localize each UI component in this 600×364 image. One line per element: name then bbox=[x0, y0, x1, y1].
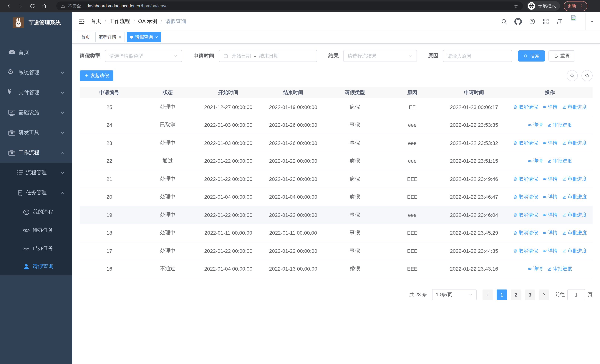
tab-leave-query[interactable]: 请假查询 × bbox=[127, 32, 161, 42]
sidebar-collapse-icon[interactable] bbox=[78, 18, 85, 25]
action-view-link[interactable]: 详情 bbox=[542, 140, 558, 146]
sidebar-item-my-process[interactable]: 我的流程 bbox=[0, 203, 72, 221]
font-size-icon[interactable]: тT bbox=[556, 19, 562, 24]
sidebar-item-system[interactable]: ⚙ 系统管理 bbox=[0, 63, 72, 83]
help-icon[interactable] bbox=[529, 18, 536, 25]
sidebar-item-label: 基础设施 bbox=[19, 109, 39, 116]
browser-forward-button[interactable] bbox=[16, 1, 25, 11]
sidebar-item-done-tasks[interactable]: 已办任务 bbox=[0, 239, 72, 257]
cell-reason: EEE bbox=[384, 230, 441, 236]
cell-actions: 取消请假详情审批进度 bbox=[507, 230, 593, 236]
create-leave-button[interactable]: 发起请假 bbox=[80, 70, 113, 81]
search-icon bbox=[523, 54, 528, 58]
action-view-link[interactable]: 详情 bbox=[527, 266, 543, 272]
address-bar[interactable]: 不安全 dashboard.yudao.iocoder.cn/bpm/oa/le… bbox=[56, 1, 523, 10]
action-view-link[interactable]: 详情 bbox=[542, 230, 558, 236]
close-icon[interactable]: × bbox=[119, 35, 121, 39]
browser-menu-icon[interactable]: ⋮ bbox=[579, 3, 584, 9]
action-edit-link[interactable]: 审批进度 bbox=[562, 212, 587, 218]
refresh-table-button[interactable] bbox=[581, 70, 593, 81]
calendar-icon bbox=[223, 53, 228, 59]
breadcrumb-item[interactable]: 工作流程 bbox=[109, 18, 130, 25]
action-edit-link[interactable]: 审批进度 bbox=[562, 230, 587, 236]
action-view-link[interactable]: 详情 bbox=[542, 248, 558, 254]
breadcrumb-item[interactable]: OA 示例 bbox=[138, 18, 157, 25]
apply-time-range-picker[interactable]: 开始日期 - 结束日期 bbox=[219, 50, 317, 62]
sidebar-item-home[interactable]: 首页 bbox=[0, 43, 72, 63]
browser-update-button[interactable]: 更新 ⋮ bbox=[564, 1, 587, 11]
action-view-link[interactable]: 详情 bbox=[542, 176, 558, 182]
security-label: 不安全 bbox=[68, 3, 81, 9]
toolbar-right bbox=[567, 70, 593, 81]
next-page-button[interactable] bbox=[539, 289, 549, 300]
app-logo[interactable]: 芋道管理系统 bbox=[0, 12, 72, 33]
page-button-1[interactable]: 1 bbox=[497, 289, 507, 300]
sidebar-item-infrastructure[interactable]: 基础设施 bbox=[0, 103, 72, 123]
sidebar-item-todo-tasks[interactable]: 待办任务 bbox=[0, 221, 72, 239]
close-icon[interactable]: × bbox=[155, 35, 158, 39]
sidebar-item-task-mgmt[interactable]: 任务管理 bbox=[0, 183, 72, 203]
action-edit-link[interactable]: 审批进度 bbox=[547, 122, 572, 129]
tab-process-detail[interactable]: 流程详情 × bbox=[95, 32, 125, 42]
action-label: 审批进度 bbox=[568, 140, 587, 146]
delete-icon bbox=[513, 105, 517, 110]
action-view-link[interactable]: 详情 bbox=[527, 122, 543, 129]
action-view-link[interactable]: 详情 bbox=[542, 212, 558, 218]
browser-home-button[interactable] bbox=[39, 1, 49, 11]
chevron-down-icon[interactable] bbox=[590, 19, 594, 24]
search-icon[interactable] bbox=[501, 18, 507, 25]
sidebar-item-workflow[interactable]: 工作流程 bbox=[0, 143, 72, 163]
sidebar-item-leave-query[interactable]: 请假查询 bbox=[0, 257, 72, 275]
cell-status: 处理中 bbox=[139, 176, 197, 182]
browser-reload-button[interactable] bbox=[28, 1, 37, 11]
action-delete-link[interactable]: 取消请假 bbox=[513, 230, 538, 236]
action-view-link[interactable]: 详情 bbox=[542, 194, 558, 200]
sidebar-item-label: 我的流程 bbox=[33, 208, 53, 215]
sidebar-item-payment[interactable]: ¥ 支付管理 bbox=[0, 83, 72, 103]
action-edit-link[interactable]: 审批进度 bbox=[547, 158, 572, 164]
action-edit-link[interactable]: 审批进度 bbox=[562, 194, 587, 200]
action-delete-link[interactable]: 取消请假 bbox=[513, 140, 538, 146]
action-delete-link[interactable]: 取消请假 bbox=[513, 248, 538, 254]
action-edit-link[interactable]: 审批进度 bbox=[562, 104, 587, 111]
action-view-link[interactable]: 详情 bbox=[527, 158, 543, 164]
yen-icon: ¥ bbox=[7, 88, 16, 97]
reason-input[interactable] bbox=[443, 50, 512, 62]
cell-actions: 取消请假详情审批进度 bbox=[507, 176, 593, 182]
cell-end: 2022-01-19 00:00:00 bbox=[260, 104, 326, 110]
action-delete-link[interactable]: 取消请假 bbox=[513, 104, 538, 111]
action-edit-link[interactable]: 审批进度 bbox=[562, 176, 587, 182]
fullscreen-icon[interactable] bbox=[543, 18, 549, 25]
action-view-link[interactable]: 详情 bbox=[542, 104, 558, 111]
bookmark-star-icon[interactable] bbox=[514, 3, 518, 8]
action-edit-link[interactable]: 审批进度 bbox=[562, 248, 587, 254]
action-edit-link[interactable]: 审批进度 bbox=[547, 266, 572, 272]
github-icon[interactable] bbox=[515, 18, 522, 25]
filter-leave-type: 请假类型 请选择请假类型 bbox=[80, 50, 182, 62]
action-delete-link[interactable]: 取消请假 bbox=[513, 194, 538, 200]
result-select[interactable]: 请选择流结果 bbox=[343, 50, 417, 62]
search-button[interactable]: 搜索 bbox=[518, 50, 545, 62]
avatar[interactable] bbox=[569, 13, 586, 30]
sidebar-item-process-mgmt[interactable]: 流程管理 bbox=[0, 163, 72, 183]
cell-status: 通过 bbox=[139, 158, 197, 164]
reset-button[interactable]: 重置 bbox=[548, 50, 575, 62]
cell-actions: 取消请假详情审批进度 bbox=[507, 104, 593, 111]
page-button-3[interactable]: 3 bbox=[525, 289, 535, 300]
tab-home[interactable]: 首页 bbox=[78, 32, 94, 42]
toggle-search-button[interactable] bbox=[567, 70, 578, 81]
action-delete-link[interactable]: 取消请假 bbox=[513, 212, 538, 218]
browser-back-button[interactable] bbox=[4, 1, 13, 11]
goto-page-input[interactable] bbox=[567, 289, 585, 300]
cell-status: 处理中 bbox=[139, 230, 197, 236]
breadcrumb-item[interactable]: 首页 bbox=[91, 18, 101, 25]
filter-label: 申请时间 bbox=[193, 53, 214, 59]
prev-page-button[interactable] bbox=[483, 289, 493, 300]
leave-type-select[interactable]: 请选择请假类型 bbox=[105, 50, 182, 62]
action-edit-link[interactable]: 审批进度 bbox=[562, 140, 587, 146]
page-button-2[interactable]: 2 bbox=[511, 289, 521, 300]
sidebar-item-devtools[interactable]: 研发工具 bbox=[0, 123, 72, 143]
create-button-label: 发起请假 bbox=[90, 73, 109, 79]
page-size-select[interactable]: 10条/页 bbox=[432, 289, 477, 300]
action-delete-link[interactable]: 取消请假 bbox=[513, 176, 538, 182]
